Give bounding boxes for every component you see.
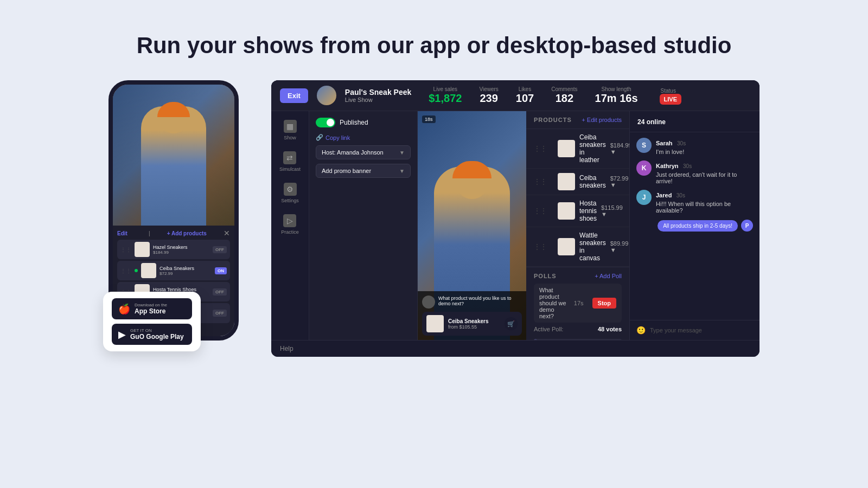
chat-timestamp: 30s <box>676 192 685 198</box>
video-person-hat <box>452 161 492 178</box>
poll-bars: Hosta tennis shoes 4% Wattle sneakers in… <box>534 339 622 340</box>
show-title-block: Paul's Sneak Peek Live Show <box>345 88 411 103</box>
phone-product-thumbnail <box>141 263 156 278</box>
sidebar-item-practice[interactable]: ▷ Practice <box>281 214 299 235</box>
sidebar-item-simulcast[interactable]: ⇄ Simulcast <box>279 151 301 172</box>
google-play-icon: ▶ <box>118 329 126 341</box>
phone-product-toggle[interactable]: OFF <box>213 288 227 296</box>
chat-message-text: Hi!!! When will this option be available… <box>656 201 753 214</box>
dashboard-video-preview: 18s What product would you like us to de… <box>418 111 526 340</box>
copy-link-label: Copy link <box>326 134 350 141</box>
chat-message-content: Kathryn 30s Just ordered, can't wait for… <box>656 160 753 184</box>
show-length-label: Show length <box>595 86 638 92</box>
host-dropdown[interactable]: Host: Amanda Johnson ▼ <box>316 145 411 159</box>
chevron-down-icon: ▼ <box>399 150 405 156</box>
product-thumbnail <box>558 173 575 190</box>
copy-link-button[interactable]: 🔗 Copy link <box>316 134 411 141</box>
product-row: ⋮⋮ Ceiba sneakers $72.99 ▼ ON <box>526 169 629 195</box>
chat-timestamp: 30s <box>683 163 692 169</box>
stat-comments: Comments 182 <box>551 86 577 105</box>
video-chat-text: What product would you like us to demo n… <box>438 296 522 306</box>
cart-button[interactable]: 🛒 <box>505 317 518 330</box>
add-poll-button[interactable]: + Add Poll <box>595 273 622 279</box>
live-sales-label: Live sales <box>429 86 462 92</box>
video-timer: 18s <box>422 115 436 123</box>
product-row: ⋮⋮ Wattle sneakers in canvas $89.99 ▼ OF… <box>526 227 629 267</box>
googleplay-large-text: GuO Google Play <box>130 333 184 341</box>
drag-dots-icon: ⋮⋮ <box>534 178 547 185</box>
video-chat-avatar <box>422 296 435 309</box>
show-title: Paul's Sneak Peek <box>345 88 411 97</box>
chat-online-count: 24 online <box>637 118 666 126</box>
chat-user-avatar: K <box>636 160 652 176</box>
phone-product-thumbnail <box>135 242 150 257</box>
dashboard-sidebar: ▦ Show ⇄ Simulcast ⚙ Settings ▷ Practice <box>271 111 309 340</box>
products-polls-panel: PRODUCTS + Edit products ⋮⋮ Ceiba sneake… <box>526 111 629 340</box>
simulcast-icon: ⇄ <box>283 151 296 164</box>
phone-add-products-button[interactable]: + Add products <box>167 230 207 236</box>
product-card-info: Ceiba Sneakers from $105.55 <box>448 318 500 330</box>
chat-input-placeholder: Type your message <box>650 327 702 333</box>
phone-product-item: ⋮⋮ Ceiba Sneakers $72.99 ON <box>117 261 230 280</box>
polls-header: POLLS + Add Poll <box>534 273 622 279</box>
polls-section: POLLS + Add Poll What product should we … <box>526 267 629 340</box>
exit-button[interactable]: Exit <box>280 88 308 103</box>
chat-input-area[interactable]: 🙂 Type your message <box>630 320 760 340</box>
settings-icon: ⚙ <box>284 183 297 196</box>
phone-product-price: $184.99 <box>153 250 209 255</box>
stat-live-sales: Live sales $1,872 <box>429 86 462 105</box>
product-card-name: Ceiba Sneakers <box>448 318 500 324</box>
stat-show-length: Show length 17m 16s <box>595 86 638 105</box>
content-area: Edit | + Add products ✕ ⋮⋮ Hazel Sneaker… <box>0 80 868 357</box>
chat-messages: S Sarah 30s I'm in love! K Kathryn 30s J… <box>630 132 760 320</box>
apple-icon: 🍎 <box>118 303 130 315</box>
chat-message: S Sarah 30s I'm in love! <box>636 138 753 155</box>
phone-person-figure <box>141 106 206 226</box>
published-toggle[interactable] <box>316 118 335 127</box>
googleplay-text: GET IT ON GuO Google Play <box>130 328 184 341</box>
phone-store-card: 🍎 Download on the App Store ▶ GET IT ON … <box>103 292 201 351</box>
phone-product-toggle[interactable]: OFF <box>213 246 227 253</box>
phone-separator: | <box>149 230 150 236</box>
chat-user-avatar: S <box>636 138 652 153</box>
phone-product-price: $72.99 <box>159 271 212 276</box>
product-price: $184.99 ▼ <box>610 142 629 155</box>
show-avatar <box>317 86 336 105</box>
stat-status: Status LIVE <box>655 88 681 104</box>
dashboard: Exit Paul's Sneak Peek Live Show Live sa… <box>271 80 760 357</box>
video-product-card: Ceiba Sneakers from $105.55 🛒 <box>422 312 522 336</box>
sidebar-item-settings[interactable]: ⚙ Settings <box>281 183 299 203</box>
dashboard-footer: Help <box>271 340 760 357</box>
comments-value: 182 <box>551 92 577 105</box>
appstore-button[interactable]: 🍎 Download on the App Store <box>112 298 192 319</box>
phone-product-toggle[interactable]: ON <box>215 267 227 274</box>
appstore-large-text: App Store <box>135 307 167 315</box>
googleplay-button[interactable]: ▶ GET IT ON GuO Google Play <box>112 324 192 345</box>
phone-close-button[interactable]: ✕ <box>224 229 230 237</box>
chat-username: Kathryn <box>656 163 679 169</box>
dashboard-body: ▦ Show ⇄ Simulcast ⚙ Settings ▷ Practice <box>271 111 760 340</box>
appstore-text: Download on the App Store <box>135 303 167 315</box>
poll-bar-fill <box>534 339 537 340</box>
chat-bot-reply: All products ship in 2-5 days! P <box>636 219 753 232</box>
product-card-price: from $105.55 <box>448 324 500 330</box>
products-panel-title: PRODUCTS <box>534 117 572 123</box>
edit-products-button[interactable]: + Edit products <box>582 117 622 123</box>
googleplay-small-text: GET IT ON <box>130 328 184 333</box>
status-label: Status <box>655 88 681 94</box>
promo-dropdown[interactable]: Add promo banner ▼ <box>316 164 411 178</box>
likes-value: 107 <box>516 92 534 105</box>
page-title: Run your shows from our app or desktop-b… <box>137 33 732 59</box>
likes-label: Likes <box>516 86 534 92</box>
product-card-thumbnail <box>426 315 444 332</box>
stop-poll-button[interactable]: Stop <box>592 298 616 309</box>
help-button[interactable]: Help <box>280 345 293 352</box>
chat-message: K Kathryn 30s Just ordered, can't wait f… <box>636 160 753 184</box>
sidebar-item-show[interactable]: ▦ Show <box>284 120 297 140</box>
phone-container: Edit | + Add products ✕ ⋮⋮ Hazel Sneaker… <box>108 80 250 341</box>
phone-edit-button[interactable]: Edit <box>117 230 127 236</box>
phone-person-hat <box>157 102 190 117</box>
chevron-down-icon-2: ▼ <box>399 168 405 174</box>
sidebar-show-label: Show <box>284 135 296 140</box>
phone-product-toggle[interactable]: OFF <box>213 310 227 317</box>
